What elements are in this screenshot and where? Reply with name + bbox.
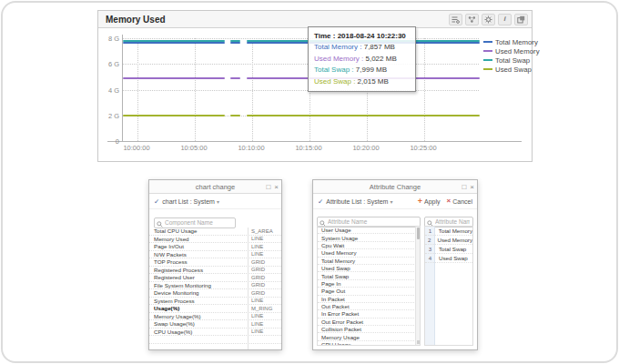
table-row[interactable]: N/W PacketsLINE (149, 251, 281, 259)
attribute-name: Total Memory (318, 258, 355, 264)
dialog-toolbar: ✓ Attribute List : System▾ +Apply ×Cance… (313, 194, 477, 209)
list-item[interactable]: 2Used Memory (425, 236, 472, 245)
table-row[interactable]: Usage(%)M_RING (149, 305, 281, 313)
table-row[interactable]: Memory Usage(%)LINE (149, 313, 281, 321)
table-row[interactable]: Registered ProcessGRID (149, 267, 281, 275)
table-row[interactable]: Swap Usage(%)LINE (149, 320, 281, 329)
table-row[interactable]: Page In/OutLINE (149, 243, 281, 251)
legend-label: Total Swap (495, 56, 530, 65)
table-row[interactable]: System ProcessLINE (149, 298, 281, 306)
tooltip-series-value: 2,015 MB (358, 77, 389, 86)
tooltip-row: Used Swap : 2,015 MB (314, 76, 410, 88)
table-row[interactable]: TOP ProcessGRID (149, 258, 281, 267)
list-item[interactable]: In Packet (318, 296, 420, 303)
attribute-name: In Packet (318, 296, 345, 302)
info-icon[interactable]: i (498, 14, 512, 25)
chart-type-cell: LINE (248, 243, 281, 250)
component-name-cell: File System Monitoring (149, 282, 248, 288)
cancel-button[interactable]: ×Cancel (447, 197, 472, 205)
list-item[interactable]: In Error Packet (318, 310, 420, 318)
x-tick-label: 10:10:00 (235, 144, 268, 152)
scrollbar[interactable] (415, 227, 420, 345)
list-item[interactable]: Total Memory (318, 258, 420, 265)
chart-type-cell: GRID (248, 267, 281, 274)
screenshot-canvas: Memory Used i 8 G6 G4 G2 G0 10:00:0010 (0, 0, 619, 364)
attribute-name: Used Memory (318, 249, 357, 256)
y-tick-label: 8 G (100, 35, 119, 43)
list-item[interactable]: Cpu Wait (318, 242, 420, 249)
list-item[interactable]: Out Error Packet (318, 318, 420, 326)
h-gridline (123, 90, 479, 91)
plot-area[interactable] (122, 35, 479, 141)
tooltip-series-value: 5,022 MB (365, 55, 396, 63)
component-name-cell: System Process (149, 298, 248, 304)
list-item[interactable]: Collision Packet (318, 326, 420, 333)
list-item[interactable]: Out Packet (318, 303, 420, 310)
table-row[interactable]: CPU Usage(%)LINE (149, 329, 281, 337)
scrollbar-thumb[interactable] (417, 228, 421, 239)
series-line (230, 77, 240, 79)
list-item[interactable]: 4Used Swap (425, 254, 472, 263)
series-line (123, 40, 225, 42)
component-search-input[interactable] (154, 217, 236, 228)
list-item[interactable]: Used Swap (318, 265, 420, 272)
attribute-name: Page In (318, 280, 340, 287)
v-gridline (252, 38, 253, 141)
gear-icon[interactable] (482, 14, 495, 25)
table-row[interactable]: Memory UsedLINE (149, 236, 281, 244)
list-item[interactable]: CPU Usage (318, 341, 420, 346)
list-item[interactable]: 1Total Memory (425, 227, 472, 236)
list-item[interactable]: System Usage (318, 234, 420, 241)
table-row[interactable]: File System MonitoringGRID (149, 282, 281, 290)
list-item[interactable]: Memory Usage (318, 333, 420, 340)
chart-type-cell: GRID (248, 289, 281, 297)
attribute-name: In Error Packet (318, 310, 359, 317)
maximize-icon[interactable]: □ (266, 184, 270, 191)
chevron-down-icon: ▾ (217, 199, 219, 205)
table-row[interactable]: Device MonitoringGRID (149, 289, 281, 298)
close-icon[interactable]: × (274, 184, 279, 191)
list-item[interactable]: Total Swap (318, 272, 420, 279)
legend-item[interactable]: Used Swap (483, 65, 540, 74)
popup-window-icon[interactable] (514, 14, 528, 25)
memory-used-chart-panel: Memory Used i 8 G6 G4 G2 G0 10:00:0010 (97, 10, 533, 162)
chart-settings-icon[interactable] (449, 14, 462, 25)
attribute-name: Used Memory (433, 237, 472, 243)
dialog-toolbar: ✓ chart List : System▾ (149, 194, 281, 209)
chart-type-cell: LINE (248, 251, 281, 258)
series-settings-icon[interactable] (465, 14, 479, 25)
list-item[interactable]: Page In (318, 280, 420, 288)
chart-list-selector[interactable]: chart List : System▾ (162, 198, 219, 205)
tooltip-row: Total Memory : 7,857 MB (314, 42, 410, 54)
x-icon: × (447, 197, 452, 205)
chart-type-cell: GRID (248, 274, 281, 281)
table-row[interactable]: Registered UserGRID (149, 274, 281, 282)
table-row[interactable]: Total CPU UsageS_AREA (149, 228, 281, 236)
attribute-name: User Usage (318, 227, 351, 233)
list-item[interactable]: User Usage (318, 227, 420, 234)
series-line (123, 77, 225, 79)
legend-line-swatch (483, 50, 492, 52)
v-gridline (195, 38, 196, 141)
dialog-title: chart change (196, 183, 235, 191)
component-name-cell: Swap Usage(%) (149, 320, 248, 327)
component-search (154, 212, 236, 228)
attribute-name: Total Swap (435, 246, 466, 252)
y-tick-label: 0 (100, 137, 119, 146)
maximize-icon[interactable]: □ (462, 184, 466, 191)
dialog-title: Attribute Change (370, 183, 421, 191)
legend-item[interactable]: Total Memory (483, 37, 540, 46)
list-item[interactable]: Page Out (318, 288, 420, 295)
dialog-titlebar[interactable]: chart change □ × (149, 180, 281, 194)
attribute-list-selector[interactable]: Attribute List : System▾ (326, 198, 392, 205)
legend-item[interactable]: Total Swap (483, 56, 540, 65)
list-item[interactable]: Used Memory (318, 249, 420, 257)
legend-item[interactable]: Used Memory (483, 46, 540, 56)
attribute-order: 2 (425, 237, 433, 243)
attribute-name: CPU Usage (318, 341, 351, 346)
list-item[interactable]: 3Total Swap (425, 245, 472, 254)
scrollbar-end (417, 340, 421, 344)
dialog-titlebar[interactable]: Attribute Change □ × (313, 180, 477, 194)
close-icon[interactable]: × (470, 184, 474, 191)
apply-button[interactable]: +Apply (418, 197, 441, 206)
